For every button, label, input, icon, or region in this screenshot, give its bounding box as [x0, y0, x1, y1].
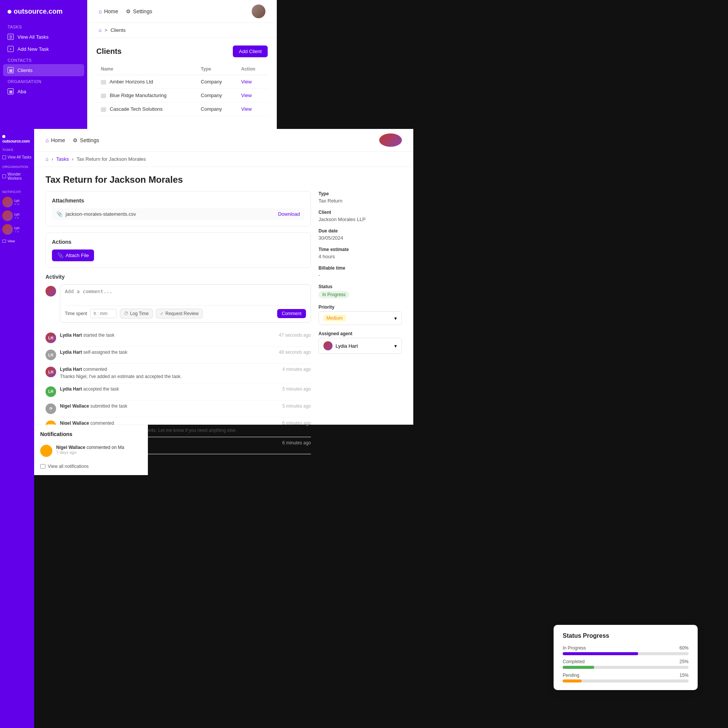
comment-input[interactable] [65, 289, 306, 304]
sidebar2-org-item[interactable]: Wonder Workers [0, 170, 34, 182]
view-all-notif-text: View all notifications [48, 464, 89, 469]
priority-select[interactable]: Medium ▾ [318, 311, 402, 325]
client-action-cell: View [237, 102, 268, 116]
activity-timestamp: 6 minutes ago [282, 440, 311, 446]
billable-label: Billable time [318, 265, 402, 271]
main-settings-link[interactable]: ⚙ Settings [73, 137, 99, 143]
notif-name-3: Lyc [14, 226, 20, 230]
folder-icon [101, 94, 106, 98]
breadcrumb2-home[interactable]: ⌂ [46, 156, 49, 162]
view-client-link[interactable]: View [241, 106, 252, 112]
notif-time-2: 7 d [14, 216, 20, 220]
view-client-link[interactable]: View [241, 93, 252, 98]
org-icon-2 [2, 174, 6, 178]
comment-area: Time spent ⏱ Log Time ✓ Request Review C… [46, 284, 311, 326]
activity-avatar: LH [46, 350, 56, 360]
meta-type: Type Tax Return [318, 191, 402, 204]
sidebar-item-add-new-task[interactable]: + Add New Task [0, 43, 87, 55]
content-grid: Attachments 📎 jackson-morales-statements… [34, 191, 413, 454]
client-name-cell: Amber Horizons Ltd [96, 75, 196, 89]
agent-select[interactable]: Lydia Hart ▾ [318, 338, 402, 354]
submit-comment-button[interactable]: Comment [277, 309, 306, 318]
table-row: Blue Ridge Manufacturing Company View [96, 89, 268, 102]
notif-avatar-1 [2, 197, 13, 207]
folder-icon [101, 107, 106, 112]
clients-title: Clients [96, 47, 122, 56]
user-avatar-2[interactable] [379, 133, 402, 147]
sidebar2-view-all-tasks[interactable]: View All Tasks [0, 153, 34, 161]
progress-item-3: Pending 15% [563, 673, 689, 682]
table-row: Cascade Tech Solutions Company View [96, 102, 268, 116]
notif-time-1: 4 m [14, 202, 20, 206]
attach-file-button[interactable]: 📎 Attach File [52, 249, 94, 261]
paperclip-icon: 📎 [56, 211, 63, 217]
logo-dot [8, 10, 11, 14]
chevron-down-icon: ▾ [394, 315, 397, 321]
status-progress-title: Status Progress [563, 632, 689, 639]
sidebar-item-org[interactable]: ▦ Aba [0, 85, 87, 97]
home-icon: ⌂ [99, 8, 102, 14]
breadcrumb-current: Clients [110, 27, 126, 33]
client-label: Client [318, 210, 402, 215]
sidebar2-view-link[interactable]: View [0, 236, 34, 246]
org-icon: ▦ [8, 88, 14, 94]
col-action: Action [237, 63, 268, 75]
comment-box: Time spent ⏱ Log Time ✓ Request Review C… [60, 284, 311, 323]
check-icon: ✓ [160, 311, 164, 316]
progress-item-2: Completed 25% [563, 659, 689, 669]
attachment-name: 📎 jackson-morales-statements.csv [56, 211, 136, 217]
progress-label-2: Completed [563, 659, 585, 664]
activity-action: accepted the task [83, 386, 119, 392]
clients-container: Clients Add Client Name Type Action Ambe… [87, 38, 277, 124]
download-link[interactable]: Download [278, 211, 300, 217]
attachment-row: 📎 jackson-morales-statements.csv Downloa… [52, 208, 304, 220]
tasks-icon-2 [2, 155, 6, 159]
status-badge: In Progress [318, 291, 349, 298]
sidebar-item-clients[interactable]: ▦ Clients [3, 64, 84, 76]
document-icon: ☰ [8, 34, 14, 40]
view-client-link[interactable]: View [241, 79, 252, 85]
sidebar2-logo: outsource.com [0, 129, 34, 146]
notif-sender: Nigel Wallace [56, 445, 85, 450]
add-task-icon: + [8, 46, 14, 52]
contacts-section-label: Contacts [0, 55, 87, 64]
list-item: LH Lydia Hart self-assigned the task 48 … [46, 347, 311, 364]
log-time-button[interactable]: ⏱ Log Time [120, 309, 153, 318]
panel2-header: ⌂ Home ⚙ Settings [87, 0, 277, 23]
progress-fill-2 [563, 666, 594, 669]
agent-info: Lydia Hart [323, 341, 358, 350]
view-all-notifications-link[interactable]: View all notifications [40, 464, 142, 469]
status-label: Status [318, 284, 402, 289]
activity-action: submitted the task [90, 403, 127, 409]
breadcrumb-2: ⌂ › Tasks › Tax Return for Jackson Moral… [34, 152, 413, 167]
notif-time-3: 7 d [14, 230, 20, 233]
home-nav-link[interactable]: ⌂ Home [99, 8, 118, 14]
request-review-button[interactable]: ✓ Request Review [156, 309, 202, 318]
user-avatar-1[interactable] [252, 5, 265, 18]
sidebar-2: outsource.com Tasks View All Tasks Organ… [0, 129, 34, 728]
notif-row-avatar [40, 445, 52, 457]
client-name-cell: Cascade Tech Solutions [96, 102, 196, 116]
client-action-cell: View [237, 89, 268, 102]
time-input[interactable] [90, 309, 117, 318]
current-user-avatar [46, 286, 56, 297]
agent-chevron-icon: ▾ [394, 343, 397, 349]
breadcrumb2-tasks[interactable]: Tasks [56, 156, 69, 162]
clients-panel: ⌂ Home ⚙ Settings ⌂ > Clients Clients Ad… [87, 0, 277, 129]
breadcrumb-home-icon[interactable]: ⌂ [99, 27, 102, 33]
activity-content: Lydia Hart accepted the task 5 minutes a… [60, 386, 311, 392]
activity-action: self-assigned the task [83, 350, 127, 355]
breadcrumb2-sep2: › [72, 156, 73, 162]
client-type-cell: Company [196, 102, 237, 116]
breadcrumb-separator: > [105, 27, 108, 33]
organisation-section-label: Organisation [0, 76, 87, 85]
add-client-button[interactable]: Add Client [233, 46, 268, 57]
due-date-value: 30/05/2024 [318, 235, 402, 241]
task-title: Tax Return for Jackson Morales [34, 167, 413, 191]
main-home-link[interactable]: ⌂ Home [46, 137, 65, 143]
progress-fill-1 [563, 652, 638, 655]
sidebar-item-view-all-tasks[interactable]: ☰ View All Tasks [0, 31, 87, 43]
client-name-cell: Blue Ridge Manufacturing [96, 89, 196, 102]
right-column: Type Tax Return Client Jackson Morales L… [318, 191, 402, 454]
settings-nav-link[interactable]: ⚙ Settings [126, 8, 152, 14]
